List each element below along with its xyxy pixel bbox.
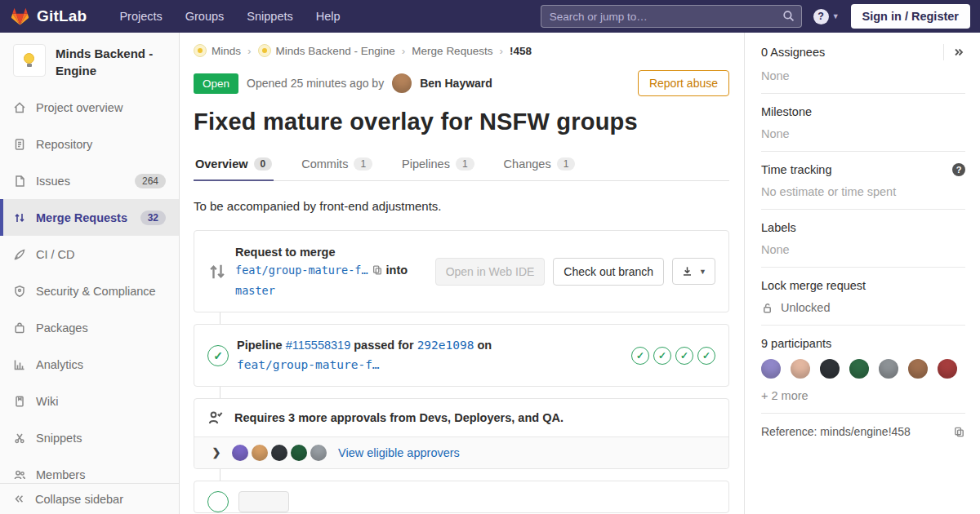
avatar[interactable] (271, 445, 287, 461)
sidebar-item-wiki[interactable]: Wiki (0, 383, 179, 419)
collapse-sidebar-button[interactable]: Collapse sidebar (0, 483, 179, 514)
sidebar-item-snippets[interactable]: Snippets (0, 419, 179, 456)
breadcrumb-separator: › (499, 45, 503, 57)
pipeline-stage-passed-icon[interactable]: ✓ (697, 347, 715, 365)
tab-changes[interactable]: Changes 1 (502, 148, 577, 181)
target-branch-link[interactable]: master (235, 284, 275, 297)
download-icon (681, 265, 693, 277)
book-icon (13, 395, 26, 408)
avatar[interactable] (291, 445, 307, 461)
breadcrumb: Minds › Minds Backend - Engine › Merge R… (194, 33, 729, 67)
time-tracking-help-icon[interactable]: ? (952, 163, 965, 176)
avatar[interactable] (879, 359, 898, 379)
author-name[interactable]: Ben Hayward (420, 77, 492, 90)
pipeline-passed-icon[interactable]: ✓ (207, 345, 229, 366)
nav-link-projects[interactable]: Projects (108, 0, 173, 33)
sidebar-item-label: Issues (36, 175, 70, 188)
request-to-merge-label: Request to merge (235, 243, 408, 261)
breadcrumb-group[interactable]: Minds (194, 44, 241, 57)
breadcrumb-label: Minds Backend - Engine (276, 45, 395, 57)
sign-in-button[interactable]: Sign in / Register (851, 4, 970, 29)
participants-block: 9 participants + 2 more (761, 326, 965, 414)
download-dropdown-button[interactable]: ▼ (672, 258, 715, 285)
chart-icon (13, 358, 26, 371)
gitlab-brand[interactable]: GitLab (10, 7, 87, 26)
avatar[interactable] (791, 359, 810, 379)
sidebar-item-packages[interactable]: Packages (0, 309, 179, 346)
breadcrumb-merge-requests[interactable]: Merge Requests (412, 45, 492, 57)
chevron-down-icon: ▼ (832, 12, 840, 20)
sidebar-item-repository[interactable]: Repository (0, 126, 179, 162)
gitlab-tanuki-icon (10, 7, 30, 26)
avatar[interactable] (849, 359, 869, 379)
project-name: Minds Backend - Engine (56, 44, 166, 79)
sidebar-item-label: Wiki (36, 395, 58, 408)
pipeline-stage-passed-icon[interactable]: ✓ (653, 347, 671, 365)
nav-link-groups[interactable]: Groups (174, 0, 236, 33)
pipeline-id-link[interactable]: #115558319 (286, 339, 351, 352)
lightbulb-icon (24, 53, 35, 68)
nav-link-help[interactable]: Help (305, 0, 352, 33)
avatar[interactable] (392, 73, 412, 93)
avatar[interactable] (310, 445, 327, 461)
sidebar-item-analytics[interactable]: Analytics (0, 346, 179, 383)
search-icon[interactable] (782, 9, 795, 26)
commit-sha-link[interactable]: 292e1098 (417, 339, 474, 352)
pipeline-stage-passed-icon[interactable]: ✓ (675, 347, 693, 365)
lock-value: Unlocked (781, 301, 830, 314)
merge-action-card-partial (194, 481, 729, 513)
check-out-branch-button[interactable]: Check out branch (553, 258, 664, 286)
sidebar-item-label: CI / CD (36, 248, 75, 261)
tab-label: Pipelines (402, 157, 450, 171)
copy-icon (953, 426, 965, 438)
approver-avatars (232, 445, 327, 461)
sidebar-item-ci-cd[interactable]: CI / CD (0, 236, 179, 273)
time-tracking-value: No estimate or time spent (761, 185, 965, 198)
participant-avatars (761, 359, 965, 379)
nav-link-snippets[interactable]: Snippets (235, 0, 304, 33)
copy-reference-button[interactable] (953, 426, 965, 438)
sidebar-item-merge-requests[interactable]: Merge Requests 32 (0, 199, 179, 236)
issuable-sidebar: 0 Assignees None Milestone None Time tra… (744, 33, 980, 514)
sidebar-item-issues[interactable]: Issues 264 (0, 162, 179, 199)
package-icon (13, 321, 26, 335)
avatar[interactable] (761, 359, 781, 379)
opened-text: Opened 25 minutes ago by (247, 77, 384, 90)
report-abuse-button[interactable]: Report abuse (638, 70, 729, 96)
sidebar-item-security-compliance[interactable]: Security & Compliance (0, 273, 179, 309)
pipeline-card: ✓ Pipeline #115558319 passed for 292e109… (194, 324, 729, 386)
search-input[interactable] (541, 5, 802, 28)
source-branch-link[interactable]: feat/group-mature-f… (235, 264, 368, 277)
reference-block: Reference: minds/engine!458 (761, 414, 965, 449)
expand-approvers-chevron-icon[interactable]: ❯ (207, 446, 225, 459)
view-eligible-approvers-link[interactable]: View eligible approvers (338, 446, 460, 459)
merge-status-icon (207, 491, 229, 512)
pipeline-stage-passed-icon[interactable]: ✓ (631, 347, 649, 365)
project-header[interactable]: Minds Backend - Engine (0, 33, 179, 89)
main-content: Minds › Minds Backend - Engine › Merge R… (180, 33, 744, 514)
participants-more-link[interactable]: + 2 more (761, 389, 965, 402)
avatar[interactable] (232, 445, 248, 461)
merge-button-partial[interactable] (238, 491, 289, 512)
divider (943, 44, 944, 60)
tab-label: Changes (504, 157, 551, 171)
breadcrumb-current: !458 (510, 45, 532, 57)
avatar[interactable] (938, 359, 957, 379)
copy-branch-icon[interactable] (372, 263, 383, 281)
avatar[interactable] (252, 445, 268, 461)
avatar[interactable] (908, 359, 928, 379)
tab-pipelines[interactable]: Pipelines 1 (400, 148, 476, 181)
milestone-value: None (761, 127, 965, 140)
sidebar-item-project-overview[interactable]: Project overview (0, 89, 179, 126)
top-navbar: GitLab Projects Groups Snippets Help ? ▼… (0, 0, 980, 33)
breadcrumb-project[interactable]: Minds Backend - Engine (258, 44, 395, 57)
project-avatar (13, 44, 46, 77)
breadcrumb-separator: › (247, 45, 252, 57)
open-web-ide-button[interactable]: Open in Web IDE (435, 258, 546, 286)
avatar[interactable] (820, 359, 840, 379)
tab-overview[interactable]: Overview 0 (194, 148, 274, 181)
pipeline-branch-link[interactable]: feat/group-mature-f… (237, 358, 380, 371)
collapse-right-sidebar-icon[interactable] (952, 46, 965, 59)
help-dropdown[interactable]: ? ▼ (813, 9, 840, 24)
tab-commits[interactable]: Commits 1 (300, 148, 374, 181)
